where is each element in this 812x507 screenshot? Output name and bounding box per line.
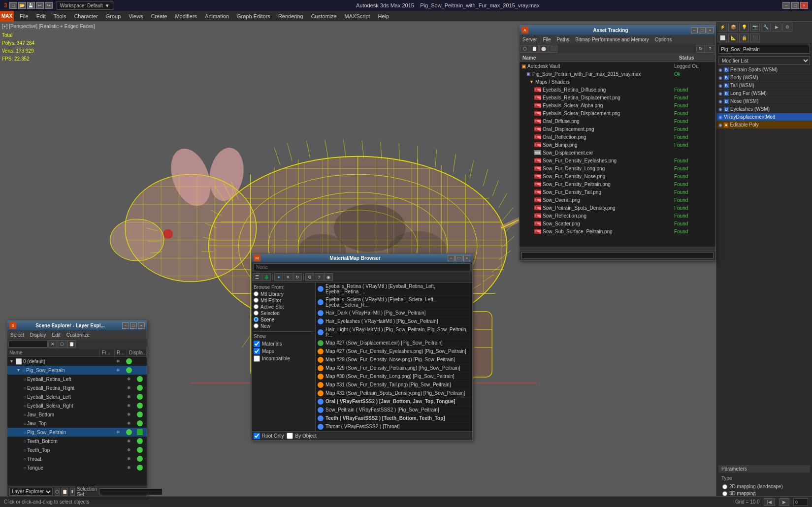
mat-footer-cb1[interactable]: Root Only — [254, 433, 284, 439]
rp-btn-8[interactable]: ⬜ — [717, 33, 727, 42]
at-tb-3[interactable]: ⬤ — [539, 45, 548, 53]
at-item-4[interactable]: img Eyeballs_Sclera_Displacement.png Fou… — [520, 109, 715, 117]
mat-item-9[interactable]: Map #30 (Sow_Fur_Density_Long.png) [Pig_… — [316, 373, 472, 381]
at-item-1[interactable]: img Eyeballs_Retina_Diffuse.png Found — [520, 86, 715, 94]
browse-mtllib[interactable]: Mtl Library — [254, 291, 313, 297]
root-only-cb[interactable] — [254, 433, 260, 439]
show-incompatible-cb[interactable] — [254, 355, 260, 362]
se-menu-edit[interactable]: Edit — [49, 330, 64, 339]
mat-item-15[interactable]: Throat ( VRayFastSSS2 ) [Throat] — [316, 423, 472, 431]
mat-item-5[interactable]: Map #27 (Sow_Displacement.exr) [Pig_Sow_… — [316, 339, 472, 348]
mat-search-input[interactable] — [254, 263, 470, 271]
mat-tb-x[interactable]: ✕ — [284, 273, 292, 281]
mat-item-7[interactable]: Map #29 (Sow_Fur_Density_Nose.png) [Pig_… — [316, 356, 472, 364]
menu-animation[interactable]: Animation — [201, 11, 233, 21]
tree-item-pig-parent[interactable]: ▼ ○ Pig_Sow_Peitrain ❄ — [7, 366, 147, 375]
at-item-7[interactable]: img Oral_Reflection.png Found — [520, 133, 715, 141]
se-footer-btn2[interactable]: 📋 — [62, 488, 68, 496]
timeline-btn[interactable]: |◀ — [764, 498, 775, 506]
se-footer-btn3[interactable]: ⬆ — [70, 488, 75, 496]
scene-explorer-max[interactable]: □ — [130, 322, 137, 329]
tree-item-tongue[interactable]: ○ Tongue ❄ — [7, 463, 147, 472]
show-materials-cb[interactable] — [254, 341, 260, 347]
mat-tb-refresh[interactable]: ↻ — [293, 273, 302, 281]
modifier-item-0[interactable]: ◉ B Peitrain Spots (WSM) — [716, 66, 812, 74]
mat-item-2[interactable]: Hair_Dark ( VRayHairMtl ) [Pig_Sow_Peitr… — [316, 309, 472, 317]
scene-explorer-close[interactable]: × — [138, 322, 145, 329]
at-item-9[interactable]: img Sow_Fur_Density_Eyelashes.png Found — [520, 157, 715, 164]
mat-item-6[interactable]: Map #27 (Sow_Fur_Density_Eyelashes.png) … — [316, 348, 472, 356]
tree-item-jaw-b[interactable]: ○ Jaw_Bottom ❄ — [7, 410, 147, 419]
tree-item-throat[interactable]: ○ Throat ❄ — [7, 454, 147, 463]
mat-item-12[interactable]: Oral ( VRayFastSSS2 ) [Jaw_Bottom, Jaw_T… — [316, 398, 472, 406]
close-btn[interactable]: × — [800, 2, 808, 9]
browse-mtllib-radio[interactable] — [254, 291, 259, 296]
rp-btn-2[interactable]: 📦 — [728, 23, 738, 32]
play-btn[interactable]: ▶ — [779, 498, 789, 506]
at-item-10[interactable]: img Sow_Fur_Density_Long.png Found — [520, 164, 715, 172]
browse-new[interactable]: New — [254, 323, 313, 329]
at-item-15[interactable]: img Sow_Peitrain_Spots_Density.png Found — [520, 204, 715, 212]
menu-help[interactable]: Help — [374, 11, 393, 21]
browse-selected[interactable]: Selected — [254, 310, 313, 317]
selection-set-input[interactable] — [99, 488, 162, 495]
menu-maxscript[interactable]: MAXScript — [341, 11, 374, 21]
new-btn[interactable]: □ — [9, 2, 17, 9]
object-name-field[interactable] — [716, 43, 812, 55]
tree-item-sclera-r[interactable]: ○ Eyeball_Sclera_Rght ❄ — [7, 401, 147, 410]
se-tb-filter[interactable]: ✕ — [48, 340, 57, 348]
mat-tb-dot[interactable]: ● — [274, 273, 283, 281]
rp-btn-7[interactable]: ⚙ — [782, 23, 792, 32]
at-scrollbar[interactable] — [520, 247, 715, 251]
at-close[interactable]: × — [707, 27, 714, 33]
menu-modifiers[interactable]: Modifiers — [171, 11, 201, 21]
at-max[interactable]: □ — [699, 27, 706, 33]
rp-btn-6[interactable]: ▶ — [772, 23, 781, 32]
se-tb-1[interactable]: ⬡ — [58, 340, 66, 348]
menu-character[interactable]: Character — [70, 11, 101, 21]
mat-footer-cb2[interactable]: By Object — [287, 433, 316, 439]
at-min[interactable]: − — [691, 27, 698, 33]
frame-input[interactable]: 0 — [793, 498, 808, 506]
at-item-2[interactable]: img Eyeballs_Retina_Displacement.png Fou… — [520, 94, 715, 101]
tree-item-retina-l[interactable]: ○ Eyeball_Retina_Left ❄ — [7, 375, 147, 383]
at-item-12[interactable]: img Sow_Fur_Density_Peitrain.png Found — [520, 180, 715, 188]
browse-mtleditor[interactable]: Mtl Editor — [254, 297, 313, 304]
rp-btn-3[interactable]: 💡 — [739, 23, 749, 32]
at-menu-options[interactable]: Options — [652, 35, 675, 44]
redo-btn[interactable]: ↪ — [45, 2, 53, 9]
scene-explorer-min[interactable]: − — [122, 322, 129, 329]
rp-btn-11[interactable]: ⬛ — [750, 33, 760, 42]
mat-tb-eye[interactable]: ◉ — [324, 273, 333, 281]
tree-item-pig-child[interactable]: ○ Pig_Sow_Peitrain ❄ — [7, 428, 147, 437]
mat-close[interactable]: × — [463, 255, 470, 261]
se-menu-customize[interactable]: Customize — [64, 330, 93, 339]
menu-file[interactable]: File — [16, 11, 32, 21]
mat-tb-tree[interactable]: 🌲 — [262, 273, 271, 281]
rp-btn-10[interactable]: 🔒 — [739, 33, 749, 42]
mat-item-0[interactable]: Eyeballs_Retina ( VRayMtl ) [Eyeball_Ret… — [316, 283, 472, 296]
at-tree[interactable]: ▣ Autodesk Vault Logged Ou ▣ Pig_Sow_Pei… — [520, 62, 715, 247]
mat-tb-list[interactable]: ☰ — [253, 273, 261, 281]
show-materials[interactable]: Materials — [254, 340, 313, 348]
tree-item-jaw-t[interactable]: ○ Jaw_Top ❄ — [7, 419, 147, 428]
radio-3d-input[interactable] — [722, 491, 727, 496]
scene-footer-dropdown[interactable]: Layer Explorer — [9, 488, 53, 496]
at-item-11[interactable]: img Sow_Fur_Density_Nose.png Found — [520, 172, 715, 180]
at-footer-input[interactable] — [521, 252, 714, 259]
modifier-item-4[interactable]: ◉ B Nose (WSM) — [716, 97, 812, 105]
browse-activeslot[interactable]: Active Slot — [254, 304, 313, 310]
tree-item-retina-r[interactable]: ○ Eyeball_Retina_Right ❄ — [7, 383, 147, 392]
at-menu-file[interactable]: File — [540, 35, 553, 44]
mat-item-14[interactable]: Teeth ( VRayFastSSS2 ) [Teeth_Bottom, Te… — [316, 414, 472, 423]
modifier-item-5[interactable]: ◉ B Eyelashes (WSM) — [716, 105, 812, 113]
modifier-list-select[interactable]: Modifier List — [718, 56, 810, 65]
at-item-18[interactable]: img Sow_Sub_Surface_Peitrain.png Found — [520, 227, 715, 235]
rp-btn-4[interactable]: 📷 — [750, 23, 760, 32]
at-item-8[interactable]: img Sow_Bump.png Found — [520, 141, 715, 149]
at-item-maxfile[interactable]: ▣ Pig_Sow_Peitrain_with_Fur_max_2015_vra… — [520, 70, 715, 78]
browse-new-radio[interactable] — [254, 323, 259, 328]
at-item-vault[interactable]: ▣ Autodesk Vault Logged Ou — [520, 62, 715, 70]
at-item-6[interactable]: img Oral_Displacement.png Found — [520, 125, 715, 133]
mat-tb-gear[interactable]: ⚙ — [305, 273, 314, 281]
